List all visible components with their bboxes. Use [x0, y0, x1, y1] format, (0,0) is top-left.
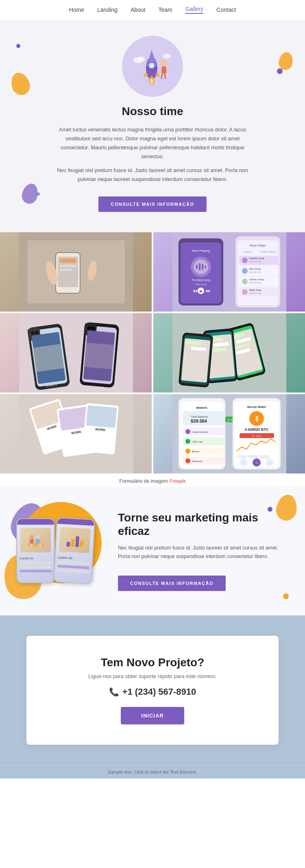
footer-sample-text: Sample text. Click to select the Text El… — [108, 770, 197, 774]
phone-content-2: Lorem sit — [54, 524, 94, 584]
gallery-caption-text: Formulário de imagem — [119, 478, 169, 484]
svg-text:Wallets: Wallets — [196, 406, 207, 410]
hero-svg — [128, 42, 177, 91]
svg-rect-69 — [33, 344, 64, 372]
nav-landing[interactable]: Landing — [97, 7, 118, 13]
nav-contact[interactable]: Contact — [216, 7, 236, 13]
svg-text:⏭: ⏭ — [206, 288, 211, 294]
svg-text:Night Song: Night Song — [249, 289, 261, 291]
marketing-paragraph: Nec feugiat nisl pretium fusce id. Justo… — [118, 544, 289, 561]
svg-text:Classic Song: Classic Song — [249, 278, 264, 281]
svg-text:USD Coin: USD Coin — [192, 441, 203, 443]
svg-point-148 — [36, 535, 40, 539]
svg-point-51 — [242, 268, 248, 274]
hero-section: Nosso time Amet luctus venenatis lectus … — [0, 20, 305, 232]
svg-text:+: + — [255, 461, 257, 465]
svg-rect-151 — [30, 544, 33, 547]
svg-rect-21 — [60, 265, 76, 267]
phone-line-2a — [57, 561, 89, 565]
nav-team[interactable]: Team — [158, 7, 172, 13]
svg-point-121 — [185, 439, 190, 444]
svg-rect-156 — [80, 541, 83, 547]
nav-home[interactable]: Home — [69, 7, 84, 13]
nav-about[interactable]: About — [131, 7, 146, 13]
phone-line-1a — [20, 562, 52, 564]
gallery-cell-1 — [0, 232, 152, 312]
phone-image-area-2 — [59, 528, 91, 554]
cta-phone-number: +1 (234) 567-8910 — [122, 687, 196, 697]
svg-rect-22 — [60, 269, 72, 271]
marketing-cta-button[interactable]: CONSULTE MAIS INFORMAÇÃO — [118, 576, 226, 591]
decoration-dot-1 — [16, 44, 20, 48]
svg-rect-106 — [86, 405, 117, 428]
svg-line-11 — [161, 74, 162, 79]
footer-sample: Sample text. Click to select the Text El… — [0, 765, 305, 779]
marketing-text: Torne seu marketing mais eficaz Nec feug… — [118, 511, 289, 591]
svg-text:⏮: ⏮ — [193, 288, 198, 294]
marketing-section: Lorem si Lo — [0, 486, 305, 616]
svg-rect-33 — [202, 264, 203, 270]
phone-line-2c — [57, 569, 89, 573]
gallery-img-1 — [19, 232, 133, 312]
gallery-caption-link[interactable]: Freepik — [170, 478, 186, 484]
svg-rect-32 — [199, 263, 200, 270]
svg-text:↑: ↑ — [243, 461, 244, 465]
svg-text:Music Player: Music Player — [249, 244, 266, 247]
gallery-img-5: WORK WORK WORK — [19, 394, 133, 473]
gallery-caption: Formulário de imagem Freepik — [0, 473, 305, 486]
hero-illustration — [122, 36, 183, 97]
svg-rect-154 — [71, 539, 74, 547]
svg-rect-138 — [248, 455, 258, 458]
svg-text:↓: ↓ — [269, 461, 270, 465]
gallery-img-3: iPhone 12 Pro Max — [19, 313, 133, 393]
svg-text:Total Balance: Total Balance — [191, 415, 208, 418]
decoration-blob-yellow — [8, 70, 33, 98]
cta-phone: 📞 +1 (234) 567-8910 — [43, 687, 262, 697]
cta-subtitle: Ligue-nos para obter suporte rápido para… — [43, 673, 262, 679]
phone-line-1c — [20, 570, 52, 572]
gallery-grid: Now Playing The Best Song New Artist ⏮ ▶… — [0, 232, 305, 473]
svg-rect-139 — [259, 455, 270, 458]
svg-point-118 — [185, 429, 190, 434]
svg-text:Play All Artist: Play All Artist — [249, 281, 261, 284]
phone-line-1b — [20, 566, 52, 568]
hero-cta-button[interactable]: CONSULTE MAIS INFORMAÇÃO — [98, 196, 206, 212]
cta-iniciar-button[interactable]: INICIAR — [121, 707, 184, 724]
navigation: Home Landing About Team Gallery Contact — [0, 0, 305, 20]
nav-gallery[interactable]: Gallery — [185, 6, 203, 14]
svg-text:Now Playing: Now Playing — [192, 249, 209, 253]
svg-rect-31 — [196, 265, 198, 269]
hero-title: Nosso time — [24, 105, 281, 118]
svg-rect-34 — [205, 266, 206, 268]
decoration-dot-2 — [277, 68, 283, 74]
svg-point-55 — [242, 279, 248, 284]
phone-line-2b — [57, 565, 89, 569]
svg-text:Cryptocurrency: Cryptocurrency — [192, 431, 209, 433]
svg-point-47 — [242, 257, 248, 263]
svg-text:Ethereum: Ethereum — [192, 460, 203, 462]
gallery-cell-2: Now Playing The Best Song New Artist ⏮ ▶… — [153, 232, 305, 312]
svg-point-7 — [161, 60, 167, 66]
phone-image-area-1 — [20, 528, 51, 552]
svg-text:$39.584: $39.584 — [191, 419, 207, 423]
svg-line-10 — [166, 68, 169, 72]
svg-point-2 — [148, 62, 155, 69]
svg-rect-78 — [84, 342, 114, 369]
svg-text:▼ -2.4%: ▼ -2.4% — [252, 435, 261, 437]
gallery-cell-4 — [153, 313, 305, 393]
svg-text:Recent Played: Recent Played — [260, 251, 276, 253]
svg-point-15 — [163, 54, 171, 59]
svg-point-59 — [242, 289, 248, 295]
hero-paragraph1: Amet luctus venenatis lectus magna fring… — [51, 125, 254, 161]
svg-text:Popular: Popular — [244, 251, 252, 253]
svg-rect-155 — [75, 537, 79, 547]
svg-rect-153 — [66, 542, 70, 547]
svg-rect-20 — [60, 259, 76, 263]
svg-text:Bitcoin: Bitcoin — [192, 450, 199, 453]
cta-section: Tem Novo Projeto? Ligue-nos para obter s… — [0, 615, 305, 765]
decoration-dot-purple — [268, 507, 272, 512]
svg-text:3.529020 BTC: 3.529020 BTC — [244, 427, 268, 432]
svg-text:Play All Artist: Play All Artist — [249, 271, 261, 273]
cta-title: Tem Novo Projeto? — [43, 656, 262, 669]
svg-text:Bitcoin Wallet: Bitcoin Wallet — [247, 406, 266, 408]
